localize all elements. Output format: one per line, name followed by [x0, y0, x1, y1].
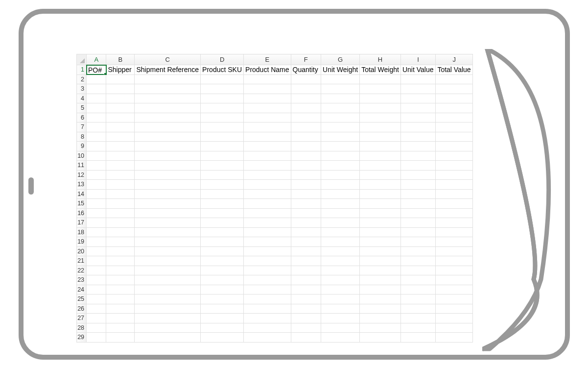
cell-H3[interactable]: [360, 84, 401, 94]
cell-G7[interactable]: [321, 123, 360, 132]
row-header-18[interactable]: 18: [77, 227, 87, 237]
cell-E19[interactable]: [244, 237, 291, 247]
cell-C25[interactable]: [135, 294, 201, 304]
cell-B13[interactable]: [106, 180, 135, 190]
cell-H27[interactable]: [360, 314, 401, 323]
cell-F16[interactable]: [291, 208, 321, 218]
cell-E11[interactable]: [244, 161, 291, 171]
cell-E26[interactable]: [244, 304, 291, 314]
cell-I19[interactable]: [400, 237, 435, 247]
spreadsheet-grid[interactable]: ABCDEFGHIJ 1PO#ShipperShipment Reference…: [76, 54, 473, 343]
cell-I13[interactable]: [400, 180, 435, 190]
cell-G8[interactable]: [321, 132, 360, 142]
cell-D17[interactable]: [201, 218, 244, 228]
cell-F26[interactable]: [291, 304, 321, 314]
cell-B28[interactable]: [106, 323, 135, 333]
cell-F8[interactable]: [291, 132, 321, 142]
cell-D28[interactable]: [201, 323, 244, 333]
row-header-4[interactable]: 4: [77, 94, 87, 103]
cell-G28[interactable]: [321, 323, 360, 333]
cell-I5[interactable]: [400, 103, 435, 113]
cell-C3[interactable]: [135, 84, 201, 94]
cell-E25[interactable]: [244, 294, 291, 304]
cell-D23[interactable]: [201, 275, 244, 285]
cell-A1[interactable]: PO#: [87, 65, 106, 75]
cell-E29[interactable]: [244, 333, 291, 343]
cell-A9[interactable]: [87, 142, 106, 151]
cell-B1[interactable]: Shipper: [106, 65, 135, 75]
cell-A3[interactable]: [87, 84, 106, 94]
cell-C16[interactable]: [135, 208, 201, 218]
cell-G27[interactable]: [321, 314, 360, 323]
cell-H1[interactable]: Total Weight: [360, 65, 401, 75]
cell-G2[interactable]: [321, 74, 360, 84]
cell-H6[interactable]: [360, 113, 401, 123]
cell-C29[interactable]: [135, 333, 201, 343]
cell-C12[interactable]: [135, 170, 201, 180]
cell-E20[interactable]: [244, 246, 291, 256]
row-header-11[interactable]: 11: [77, 161, 87, 171]
select-all-corner[interactable]: [77, 54, 87, 65]
cell-J17[interactable]: [436, 218, 473, 228]
cell-D14[interactable]: [201, 189, 244, 199]
cell-G21[interactable]: [321, 256, 360, 266]
cell-C4[interactable]: [135, 94, 201, 103]
cell-J5[interactable]: [436, 103, 473, 113]
cell-F10[interactable]: [291, 151, 321, 161]
cell-F17[interactable]: [291, 218, 321, 228]
cell-G18[interactable]: [321, 227, 360, 237]
cell-C10[interactable]: [135, 151, 201, 161]
cell-A17[interactable]: [87, 218, 106, 228]
cell-F13[interactable]: [291, 180, 321, 190]
cell-E12[interactable]: [244, 170, 291, 180]
cell-J24[interactable]: [436, 285, 473, 294]
cell-E24[interactable]: [244, 285, 291, 294]
row-header-3[interactable]: 3: [77, 84, 87, 94]
cell-J25[interactable]: [436, 294, 473, 304]
cell-B30[interactable]: [106, 342, 135, 343]
cell-C17[interactable]: [135, 218, 201, 228]
row-header-8[interactable]: 8: [77, 132, 87, 142]
spreadsheet[interactable]: ABCDEFGHIJ 1PO#ShipperShipment Reference…: [76, 54, 473, 343]
cell-A25[interactable]: [87, 294, 106, 304]
cell-A24[interactable]: [87, 285, 106, 294]
cell-A13[interactable]: [87, 180, 106, 190]
cell-B12[interactable]: [106, 170, 135, 180]
cell-D18[interactable]: [201, 227, 244, 237]
cell-H18[interactable]: [360, 227, 401, 237]
cell-A8[interactable]: [87, 132, 106, 142]
cell-A11[interactable]: [87, 161, 106, 171]
cell-H13[interactable]: [360, 180, 401, 190]
cell-A4[interactable]: [87, 94, 106, 103]
cell-J7[interactable]: [436, 123, 473, 132]
cell-D9[interactable]: [201, 142, 244, 151]
cell-B6[interactable]: [106, 113, 135, 123]
cell-I14[interactable]: [400, 189, 435, 199]
cell-A27[interactable]: [87, 314, 106, 323]
cell-E10[interactable]: [244, 151, 291, 161]
row-header-25[interactable]: 25: [77, 294, 87, 304]
cell-J16[interactable]: [436, 208, 473, 218]
cell-I21[interactable]: [400, 256, 435, 266]
cell-I11[interactable]: [400, 161, 435, 171]
cell-J22[interactable]: [436, 266, 473, 275]
cell-A7[interactable]: [87, 123, 106, 132]
cell-G4[interactable]: [321, 94, 360, 103]
row-header-21[interactable]: 21: [77, 256, 87, 266]
cell-E3[interactable]: [244, 84, 291, 94]
cell-D10[interactable]: [201, 151, 244, 161]
cell-F19[interactable]: [291, 237, 321, 247]
cell-H20[interactable]: [360, 246, 401, 256]
cell-J12[interactable]: [436, 170, 473, 180]
cell-I30[interactable]: [400, 342, 435, 343]
cell-B9[interactable]: [106, 142, 135, 151]
cell-E23[interactable]: [244, 275, 291, 285]
cell-F18[interactable]: [291, 227, 321, 237]
cell-B22[interactable]: [106, 266, 135, 275]
cell-H9[interactable]: [360, 142, 401, 151]
row-header-14[interactable]: 14: [77, 189, 87, 199]
cell-I8[interactable]: [400, 132, 435, 142]
cell-H12[interactable]: [360, 170, 401, 180]
cell-C7[interactable]: [135, 123, 201, 132]
cell-E17[interactable]: [244, 218, 291, 228]
